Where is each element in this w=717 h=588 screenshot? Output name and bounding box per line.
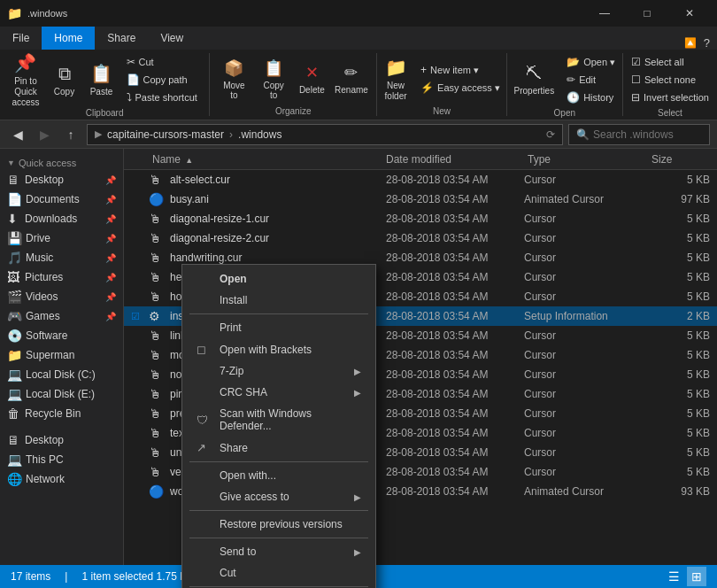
list-view-button[interactable]: ⊞ [687, 567, 706, 586]
address-path[interactable]: ▶ capitaine-cursors-master › .windows ⟳ [87, 124, 563, 145]
context-menu-item-cm-sendto[interactable]: Send to ▶ [182, 541, 375, 562]
drive-icon: 💾 [7, 231, 22, 245]
context-menu-item-cm-crc[interactable]: CRC SHA ▶ [182, 382, 375, 403]
context-menu-item-cm-share[interactable]: ↗ Share [182, 437, 375, 459]
file-size: 5 KB [648, 446, 710, 459]
context-menu-item-cm-install[interactable]: Install [182, 290, 375, 311]
paste-button[interactable]: 📋 Paste [84, 56, 120, 104]
tab-share[interactable]: Share [95, 27, 148, 50]
tab-file[interactable]: File [0, 27, 42, 50]
sidebar-item-software[interactable]: 💿 Software [0, 326, 123, 345]
tab-view[interactable]: View [148, 27, 196, 50]
context-menu-item-cm-brackets[interactable]: ◻ Open with Brackets [182, 338, 375, 360]
local-disk-e-icon: 💻 [7, 387, 22, 401]
sidebar-item-games[interactable]: 🎮 Games 📌 [0, 306, 123, 326]
context-menu-item-cm-print[interactable]: Print [182, 317, 375, 338]
sidebar-item-downloads[interactable]: ⬇ Downloads 📌 [0, 209, 123, 228]
copy-to-button[interactable]: 📋 Copy to [255, 55, 292, 103]
forward-button[interactable]: ▶ [34, 124, 55, 145]
context-menu-item-cm-restore[interactable]: Restore previous versions [182, 514, 375, 535]
ribbon-content: 📌 Pin to Quickaccess ⧉ Copy 📋 Paste ✂ Cu… [0, 50, 717, 120]
sidebar-item-local-disk-e[interactable]: 💻 Local Disk (E:) [0, 384, 123, 404]
new-folder-icon: 📁 [385, 57, 407, 78]
sidebar-item-desktop-qa[interactable]: 🖥 Desktop 📌 [0, 170, 123, 190]
copy-button[interactable]: ⧉ Copy [47, 56, 82, 104]
file-type: Cursor [524, 232, 648, 244]
new-item-button[interactable]: + New item ▾ [415, 61, 505, 79]
sidebar-item-videos[interactable]: 🎬 Videos 📌 [0, 287, 123, 306]
ribbon-group-new: 📁 Newfolder + New item ▾ ⚡ Easy access ▾… [377, 53, 507, 116]
sidebar-item-network[interactable]: 🌐 Network [0, 469, 123, 489]
minimize-button[interactable]: — [584, 0, 625, 27]
back-button[interactable]: ◀ [7, 124, 28, 145]
copy-path-button[interactable]: 📄 Copy path [121, 71, 203, 89]
context-menu-item-cm-cut[interactable]: Cut [182, 562, 375, 584]
sidebar-item-local-disk-c[interactable]: 💻 Local Disk (C:) [0, 365, 123, 384]
search-icon: 🔍 [576, 128, 590, 141]
table-row[interactable]: 🖱 alt-select.cur 28-08-2018 03:54 AM Cur… [124, 170, 717, 190]
history-button[interactable]: 🕒 History [561, 89, 621, 106]
properties-button[interactable]: ⛏ Properties [509, 56, 560, 104]
ctx-label-cm-openwith: Open with... [220, 469, 361, 482]
up-button[interactable]: ↑ [60, 124, 81, 145]
select-all-button[interactable]: ☑ Select all [626, 53, 714, 71]
rename-button[interactable]: ✏ Rename [331, 55, 371, 103]
ribbon-collapse-icon[interactable]: 🔼 [684, 37, 697, 49]
delete-button[interactable]: ✕ Delete [294, 55, 329, 103]
context-menu-item-cm-7zip[interactable]: 7-Zip ▶ [182, 360, 375, 382]
ribbon-help-icon[interactable]: ? [704, 36, 710, 50]
search-input[interactable] [593, 128, 717, 141]
sidebar-section-quick-access[interactable]: ▼ Quick access [0, 152, 123, 170]
open-btn-icon: 📂 [567, 56, 580, 68]
sidebar-item-documents[interactable]: 📄 Documents 📌 [0, 190, 123, 209]
file-size: 5 KB [648, 427, 710, 439]
table-row[interactable]: 🖱 diagonal-resize-1.cur 28-08-2018 03:54… [124, 209, 717, 228]
edit-icon: ✏ [567, 74, 575, 86]
edit-button[interactable]: ✏ Edit [561, 71, 621, 89]
ctx-label-cm-restore: Restore previous versions [220, 518, 361, 530]
open-btn-button[interactable]: 📂 Open ▾ [561, 53, 621, 71]
maximize-button[interactable]: □ [627, 0, 667, 27]
file-type: Cursor [524, 407, 648, 420]
col-date-header[interactable]: Date modified [382, 153, 524, 166]
file-checkbox[interactable]: ☑ [131, 311, 149, 322]
new-folder-button[interactable]: 📁 Newfolder [378, 55, 413, 103]
easy-access-button[interactable]: ⚡ Easy access ▾ [415, 79, 505, 97]
col-size-header[interactable]: Size [648, 153, 710, 166]
select-none-button[interactable]: ☐ Select none [626, 71, 714, 89]
sidebar-item-pictures[interactable]: 🖼 Pictures 📌 [0, 267, 123, 287]
table-row[interactable]: 🖱 diagonal-resize-2.cur 28-08-2018 03:54… [124, 228, 717, 248]
file-name: alt-select.cur [170, 174, 382, 186]
context-menu-separator [189, 461, 368, 462]
sidebar-item-drive[interactable]: 💾 Drive 📌 [0, 228, 123, 248]
context-menu-item-cm-open[interactable]: Open [182, 268, 375, 290]
context-menu-item-cm-openwith[interactable]: Open with... [182, 465, 375, 486]
cut-button[interactable]: ✂ Cut [121, 53, 203, 71]
col-type-header[interactable]: Type [524, 153, 648, 166]
sidebar-item-superman[interactable]: 📁 Superman [0, 345, 123, 365]
details-view-button[interactable]: ☰ [664, 567, 683, 586]
close-button[interactable]: ✕ [669, 0, 710, 27]
paste-shortcut-button[interactable]: ⤵ Paste shortcut [121, 89, 203, 106]
col-name-header[interactable]: Name ▲ [149, 153, 382, 166]
sidebar-item-recycle-bin[interactable]: 🗑 Recycle Bin [0, 404, 123, 423]
games-icon: 🎮 [7, 309, 22, 323]
file-date: 28-08-2018 03:54 AM [382, 427, 524, 439]
sidebar-item-music[interactable]: 🎵 Music 📌 [0, 248, 123, 267]
sidebar-item-desktop[interactable]: 🖥 Desktop [0, 430, 123, 450]
move-icon: 📦 [224, 58, 243, 78]
sidebar-superman-label: Superman [26, 349, 116, 361]
sidebar-recycle-bin-label: Recycle Bin [25, 407, 116, 420]
context-menu-item-cm-defender[interactable]: 🛡 Scan with Windows Defender... [182, 403, 375, 437]
file-size: 5 KB [648, 174, 710, 186]
move-to-button[interactable]: 📦 Move to [215, 55, 253, 103]
path-refresh-icon[interactable]: ⟳ [546, 128, 555, 141]
search-box[interactable]: 🔍 [568, 124, 710, 145]
tab-home[interactable]: Home [42, 27, 95, 50]
path-part-root: capitaine-cursors-master [107, 128, 224, 141]
context-menu-item-cm-giveaccess[interactable]: Give access to ▶ [182, 486, 375, 507]
table-row[interactable]: 🔵 busy.ani 28-08-2018 03:54 AM Animated … [124, 190, 717, 209]
invert-selection-button[interactable]: ⊟ Invert selection [626, 89, 714, 106]
pin-quick-button[interactable]: 📌 Pin to Quickaccess [6, 56, 44, 104]
sidebar-item-this-pc[interactable]: 💻 This PC [0, 450, 123, 469]
